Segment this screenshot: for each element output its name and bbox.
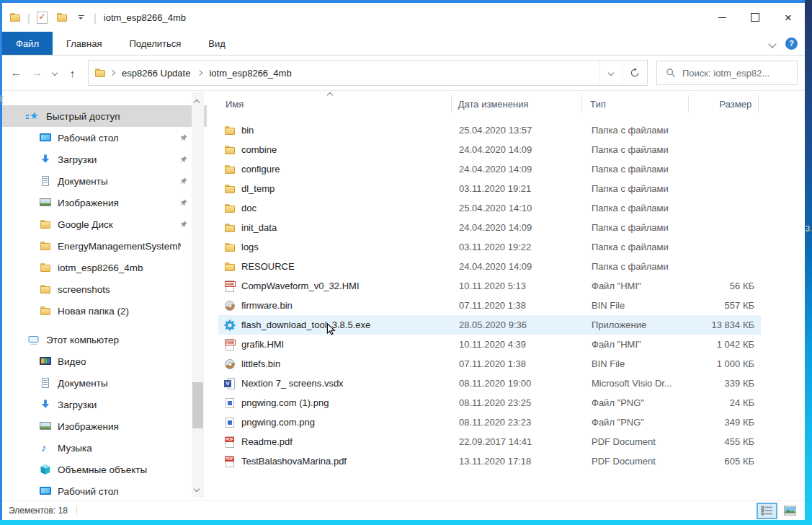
- column-header-name[interactable]: Имя: [218, 95, 452, 112]
- file-type: Папка с файлами: [584, 222, 690, 233]
- file-date: 08.11.2020 23:25: [452, 397, 584, 408]
- recent-locations-icon[interactable]: [48, 62, 61, 84]
- forward-button[interactable]: →: [27, 62, 47, 84]
- file-name: CompWaveform_v0_32.HMI: [241, 281, 360, 291]
- file-row[interactable]: configure 24.04.2020 14:09 Папка с файла…: [218, 159, 761, 179]
- file-row[interactable]: TestBalashovaMarina.pdf 13.11.2020 17:18…: [218, 451, 761, 471]
- customize-quick-access-arrow-icon[interactable]: [74, 10, 89, 25]
- folder-icon: [40, 240, 51, 252]
- sidebar-item-изображения[interactable]: Изображения: [2, 415, 207, 437]
- visio-icon: [224, 378, 236, 389]
- file-size: 605 КБ: [690, 456, 761, 467]
- address-dropdown-icon[interactable]: [599, 61, 622, 85]
- pin-icon: [179, 198, 188, 207]
- sidebar-item-видео[interactable]: Видео: [2, 350, 207, 372]
- file-row[interactable]: grafik.HMI 10.11.2020 4:39 Файл "HMI" 1 …: [218, 335, 761, 354]
- explorer-folder-icon[interactable]: [8, 10, 22, 25]
- sidebar-item-новая-папка-2-[interactable]: Новая папка (2): [2, 300, 207, 322]
- sidebar-item-iotm-esp8266-4mb[interactable]: iotm_esp8266_4mb: [2, 257, 207, 278]
- thumbnails-view-button[interactable]: [780, 503, 800, 519]
- exe-icon: [224, 319, 236, 331]
- sidebar-item-screenshots[interactable]: screenshots: [2, 278, 207, 300]
- tab-share[interactable]: Поделиться: [115, 32, 195, 55]
- new-folder-icon[interactable]: [55, 10, 69, 25]
- sidebar-item-изображения[interactable]: Изображения: [2, 192, 207, 213]
- search-input[interactable]: Поиск: iotm_esp82...: [656, 61, 798, 85]
- up-button[interactable]: ↑: [63, 62, 82, 84]
- file-row[interactable]: dl_temp 03.11.2020 19:21 Папка с файлами: [218, 179, 761, 198]
- file-row[interactable]: combine 24.04.2020 14:09 Папка с файлами: [218, 140, 761, 159]
- sidebar-item-документы[interactable]: Документы: [2, 372, 207, 394]
- maximize-button[interactable]: [739, 3, 772, 32]
- sidebar-item-рабочий-стол[interactable]: Рабочий стол: [2, 127, 207, 149]
- file-name: doc: [241, 203, 256, 213]
- sidebar-scrollbar[interactable]: [192, 92, 204, 498]
- folder-icon: [224, 183, 236, 195]
- file-date: 13.11.2020 17:18: [452, 456, 584, 467]
- quick-access-toolbar: | |: [2, 10, 97, 25]
- file-date: 25.04.2020 14:10: [452, 203, 584, 213]
- items-count: Элементов: 18: [9, 506, 68, 516]
- back-button[interactable]: ←: [6, 62, 26, 84]
- breadcrumb-chevron-icon: [193, 61, 206, 85]
- tab-view[interactable]: Вид: [195, 32, 239, 55]
- disc-icon: [224, 358, 236, 370]
- minimize-button[interactable]: [705, 3, 739, 32]
- file-row[interactable]: logs 03.11.2020 19:22 Папка с файлами: [218, 237, 761, 257]
- folder-icon: [224, 125, 236, 136]
- file-type: Папка с файлами: [584, 144, 690, 155]
- file-row[interactable]: pngwing.com (1).png 08.11.2020 23:25 Фай…: [218, 393, 761, 412]
- scroll-up-icon[interactable]: [195, 94, 199, 107]
- document-icon: [40, 175, 51, 187]
- column-header-extra[interactable]: [759, 95, 805, 112]
- tab-file[interactable]: Файл: [2, 32, 53, 55]
- file-row[interactable]: Nextion 7_ screens.vsdx 08.11.2020 19:00…: [218, 374, 761, 393]
- search-placeholder: Поиск: iotm_esp82...: [682, 68, 769, 79]
- file-row[interactable]: pngwing.com.png 08.11.2020 23:23 Файл "P…: [218, 412, 761, 432]
- column-header-size[interactable]: Размер: [689, 95, 759, 112]
- column-header-type[interactable]: Тип: [582, 95, 688, 112]
- file-row[interactable]: firmware.bin 07.11.2020 1:38 BIN File 55…: [218, 296, 761, 315]
- sidebar-item-загрузки[interactable]: Загрузки: [2, 394, 207, 415]
- collapse-ribbon-icon[interactable]: [769, 37, 775, 50]
- sidebar-item-этот-компьютер[interactable]: Этот компьютер: [2, 329, 207, 350]
- sidebar-item-label: Рабочий стол: [58, 486, 119, 497]
- file-date: 10.11.2020 4:39: [452, 339, 584, 350]
- file-row[interactable]: CompWaveform_v0_32.HMI 10.11.2020 5:13 Ф…: [218, 276, 761, 296]
- file-row[interactable]: init_data 24.04.2020 14:09 Папка с файла…: [218, 218, 761, 237]
- sidebar-item-label: Загрузки: [58, 400, 97, 410]
- sidebar-item-google-диск[interactable]: Google Диск: [2, 213, 207, 235]
- folder-icon: [40, 283, 51, 295]
- column-header-date[interactable]: Дата изменения: [452, 95, 582, 112]
- file-row[interactable]: Readme.pdf 22.09.2017 14:41 PDF Document…: [218, 432, 761, 451]
- video-icon: [40, 356, 51, 367]
- sidebar-item-загрузки[interactable]: Загрузки: [2, 149, 207, 170]
- sidebar-item-музыка[interactable]: Музыка: [2, 437, 207, 459]
- sidebar-item-документы[interactable]: Документы: [2, 170, 207, 192]
- file-row[interactable]: bin 25.04.2020 13:57 Папка с файлами: [218, 120, 761, 140]
- close-button[interactable]: ×: [772, 3, 805, 32]
- scroll-down-icon[interactable]: [195, 481, 199, 494]
- refresh-icon[interactable]: [622, 61, 647, 85]
- folder-icon: [224, 242, 236, 253]
- sidebar-item-быстрый-доступ[interactable]: Быстрый доступ: [2, 105, 207, 127]
- file-name: pngwing.com.png: [241, 417, 315, 428]
- breadcrumb-segment[interactable]: iotm_esp8266_4mb: [206, 61, 294, 85]
- file-type: Файл "HMI": [584, 339, 690, 350]
- file-type: Папка с файлами: [584, 183, 690, 194]
- breadcrumb-segment[interactable]: esp8266 Update: [119, 61, 193, 85]
- help-icon[interactable]: ?: [785, 38, 798, 50]
- file-row[interactable]: doc 25.04.2020 14:10 Папка с файлами: [218, 198, 761, 218]
- file-row[interactable]: flash_download_tool_3.8.5.exe 28.05.2020…: [218, 315, 761, 335]
- details-view-button[interactable]: [757, 503, 777, 519]
- sidebar-item-рабочий-стол[interactable]: Рабочий стол: [2, 480, 207, 500]
- file-row[interactable]: littlefs.bin 07.11.2020 1:38 BIN File 1 …: [218, 354, 761, 374]
- scrollbar-thumb[interactable]: [192, 382, 203, 428]
- sidebar-item-объемные-объекты[interactable]: Объемные объекты: [2, 459, 207, 480]
- address-bar[interactable]: esp8266 Update iotm_esp8266_4mb: [88, 60, 648, 86]
- sidebar-item-energymanagementsystemn[interactable]: EnergyManagementSystemN: [2, 235, 207, 257]
- file-row[interactable]: RESOURCE 24.04.2020 14:09 Папка с файлам…: [218, 257, 761, 276]
- file-type: PDF Document: [584, 456, 690, 467]
- properties-icon[interactable]: [35, 10, 50, 25]
- tab-home[interactable]: Главная: [53, 32, 115, 55]
